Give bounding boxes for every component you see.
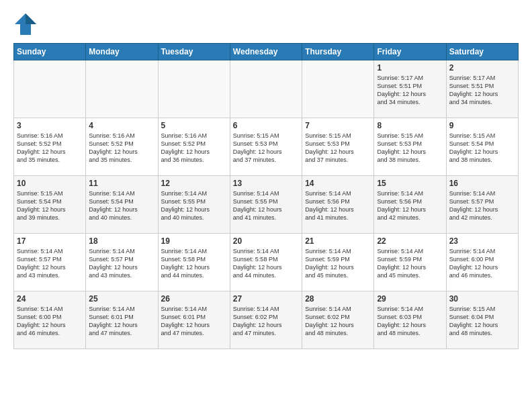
calendar-cell: 11Sunrise: 5:14 AM Sunset: 5:54 PM Dayli… — [86, 176, 158, 234]
day-number: 26 — [161, 294, 227, 304]
day-number: 25 — [89, 294, 154, 304]
weekday-header-wednesday: Wednesday — [230, 44, 302, 60]
day-info: Sunrise: 5:14 AM Sunset: 5:55 PM Dayligh… — [161, 189, 227, 222]
day-number: 18 — [89, 236, 154, 246]
calendar-week-row: 24Sunrise: 5:14 AM Sunset: 6:00 PM Dayli… — [14, 291, 519, 349]
day-number: 24 — [17, 294, 83, 304]
day-number: 27 — [233, 294, 299, 304]
day-info: Sunrise: 5:14 AM Sunset: 6:00 PM Dayligh… — [17, 305, 83, 338]
day-info: Sunrise: 5:17 AM Sunset: 5:51 PM Dayligh… — [377, 74, 443, 107]
calendar-cell: 12Sunrise: 5:14 AM Sunset: 5:55 PM Dayli… — [158, 176, 230, 234]
calendar-cell: 8Sunrise: 5:15 AM Sunset: 5:53 PM Daylig… — [374, 118, 446, 176]
day-number: 29 — [377, 294, 443, 304]
calendar-cell: 27Sunrise: 5:14 AM Sunset: 6:02 PM Dayli… — [230, 291, 302, 349]
day-info: Sunrise: 5:14 AM Sunset: 6:02 PM Dayligh… — [305, 305, 371, 338]
calendar-cell: 7Sunrise: 5:15 AM Sunset: 5:53 PM Daylig… — [302, 118, 374, 176]
calendar-cell: 28Sunrise: 5:14 AM Sunset: 6:02 PM Dayli… — [302, 291, 374, 349]
calendar-week-row: 1Sunrise: 5:17 AM Sunset: 5:51 PM Daylig… — [14, 60, 519, 118]
day-number: 6 — [233, 121, 299, 130]
day-info: Sunrise: 5:14 AM Sunset: 6:00 PM Dayligh… — [449, 247, 515, 280]
calendar-cell: 4Sunrise: 5:16 AM Sunset: 5:52 PM Daylig… — [86, 118, 158, 176]
weekday-header-saturday: Saturday — [446, 44, 518, 60]
day-number: 3 — [17, 121, 83, 130]
calendar-cell: 16Sunrise: 5:14 AM Sunset: 5:57 PM Dayli… — [446, 176, 518, 234]
calendar-cell: 24Sunrise: 5:14 AM Sunset: 6:00 PM Dayli… — [14, 291, 86, 349]
day-info: Sunrise: 5:14 AM Sunset: 5:59 PM Dayligh… — [305, 247, 371, 280]
weekday-row: SundayMondayTuesdayWednesdayThursdayFrid… — [14, 44, 519, 60]
calendar-cell: 3Sunrise: 5:16 AM Sunset: 5:52 PM Daylig… — [14, 118, 86, 176]
day-number: 1 — [377, 63, 443, 73]
calendar-cell: 15Sunrise: 5:14 AM Sunset: 5:56 PM Dayli… — [374, 176, 446, 234]
day-number: 10 — [17, 179, 83, 188]
day-info: Sunrise: 5:14 AM Sunset: 5:57 PM Dayligh… — [449, 189, 515, 222]
calendar-week-row: 10Sunrise: 5:15 AM Sunset: 5:54 PM Dayli… — [14, 176, 519, 234]
calendar-header: SundayMondayTuesdayWednesdayThursdayFrid… — [14, 44, 519, 60]
page: SundayMondayTuesdayWednesdayThursdayFrid… — [0, 0, 532, 359]
calendar-cell: 18Sunrise: 5:14 AM Sunset: 5:57 PM Dayli… — [86, 234, 158, 291]
calendar-body: 1Sunrise: 5:17 AM Sunset: 5:51 PM Daylig… — [14, 60, 519, 349]
day-number: 19 — [161, 236, 227, 246]
svg-marker-1 — [26, 13, 36, 24]
day-number: 15 — [377, 179, 443, 188]
day-number: 9 — [449, 121, 515, 130]
day-number: 13 — [233, 179, 299, 188]
day-number: 30 — [449, 294, 515, 304]
calendar-cell: 26Sunrise: 5:14 AM Sunset: 6:01 PM Dayli… — [158, 291, 230, 349]
calendar-cell: 13Sunrise: 5:14 AM Sunset: 5:55 PM Dayli… — [230, 176, 302, 234]
day-info: Sunrise: 5:14 AM Sunset: 5:56 PM Dayligh… — [377, 189, 443, 222]
day-number: 4 — [89, 121, 154, 130]
calendar-cell — [158, 60, 230, 118]
calendar-week-row: 3Sunrise: 5:16 AM Sunset: 5:52 PM Daylig… — [14, 118, 519, 176]
calendar-cell: 29Sunrise: 5:14 AM Sunset: 6:03 PM Dayli… — [374, 291, 446, 349]
weekday-header-thursday: Thursday — [302, 44, 374, 60]
day-info: Sunrise: 5:14 AM Sunset: 6:01 PM Dayligh… — [161, 305, 227, 338]
day-info: Sunrise: 5:14 AM Sunset: 5:58 PM Dayligh… — [233, 247, 299, 280]
calendar-cell: 19Sunrise: 5:14 AM Sunset: 5:58 PM Dayli… — [158, 234, 230, 291]
calendar: SundayMondayTuesdayWednesdayThursdayFrid… — [13, 43, 519, 349]
day-info: Sunrise: 5:14 AM Sunset: 5:56 PM Dayligh… — [305, 189, 371, 222]
calendar-cell — [86, 60, 158, 118]
calendar-cell: 22Sunrise: 5:14 AM Sunset: 5:59 PM Dayli… — [374, 234, 446, 291]
calendar-cell: 23Sunrise: 5:14 AM Sunset: 6:00 PM Dayli… — [446, 234, 518, 291]
logo — [13, 12, 39, 36]
header — [13, 12, 519, 36]
calendar-cell: 2Sunrise: 5:17 AM Sunset: 5:51 PM Daylig… — [446, 60, 518, 118]
calendar-cell: 17Sunrise: 5:14 AM Sunset: 5:57 PM Dayli… — [14, 234, 86, 291]
weekday-header-monday: Monday — [86, 44, 158, 60]
day-info: Sunrise: 5:14 AM Sunset: 5:57 PM Dayligh… — [89, 247, 154, 280]
day-number: 12 — [161, 179, 227, 188]
day-number: 22 — [377, 236, 443, 246]
day-info: Sunrise: 5:16 AM Sunset: 5:52 PM Dayligh… — [161, 132, 227, 165]
calendar-cell — [302, 60, 374, 118]
day-number: 8 — [377, 121, 443, 130]
calendar-cell: 5Sunrise: 5:16 AM Sunset: 5:52 PM Daylig… — [158, 118, 230, 176]
day-info: Sunrise: 5:14 AM Sunset: 6:01 PM Dayligh… — [89, 305, 154, 338]
day-info: Sunrise: 5:15 AM Sunset: 5:54 PM Dayligh… — [449, 132, 515, 165]
day-info: Sunrise: 5:14 AM Sunset: 5:57 PM Dayligh… — [17, 247, 83, 280]
day-info: Sunrise: 5:15 AM Sunset: 5:53 PM Dayligh… — [377, 132, 443, 165]
day-info: Sunrise: 5:16 AM Sunset: 5:52 PM Dayligh… — [17, 132, 83, 165]
day-info: Sunrise: 5:14 AM Sunset: 5:58 PM Dayligh… — [161, 247, 227, 280]
calendar-cell: 30Sunrise: 5:15 AM Sunset: 6:04 PM Dayli… — [446, 291, 518, 349]
day-number: 2 — [449, 63, 515, 73]
day-info: Sunrise: 5:16 AM Sunset: 5:52 PM Dayligh… — [89, 132, 154, 165]
weekday-header-sunday: Sunday — [14, 44, 86, 60]
day-info: Sunrise: 5:15 AM Sunset: 5:53 PM Dayligh… — [233, 132, 299, 165]
day-number: 7 — [305, 121, 371, 130]
day-number: 14 — [305, 179, 371, 188]
calendar-cell: 20Sunrise: 5:14 AM Sunset: 5:58 PM Dayli… — [230, 234, 302, 291]
day-number: 21 — [305, 236, 371, 246]
day-number: 11 — [89, 179, 154, 188]
day-number: 20 — [233, 236, 299, 246]
day-info: Sunrise: 5:15 AM Sunset: 6:04 PM Dayligh… — [449, 305, 515, 338]
day-number: 16 — [449, 179, 515, 188]
day-info: Sunrise: 5:14 AM Sunset: 6:03 PM Dayligh… — [377, 305, 443, 338]
calendar-cell — [230, 60, 302, 118]
calendar-cell: 10Sunrise: 5:15 AM Sunset: 5:54 PM Dayli… — [14, 176, 86, 234]
day-number: 17 — [17, 236, 83, 246]
day-info: Sunrise: 5:17 AM Sunset: 5:51 PM Dayligh… — [449, 74, 515, 107]
logo-icon — [13, 12, 38, 36]
calendar-cell: 6Sunrise: 5:15 AM Sunset: 5:53 PM Daylig… — [230, 118, 302, 176]
day-number: 5 — [161, 121, 227, 130]
day-info: Sunrise: 5:14 AM Sunset: 5:54 PM Dayligh… — [89, 189, 154, 222]
